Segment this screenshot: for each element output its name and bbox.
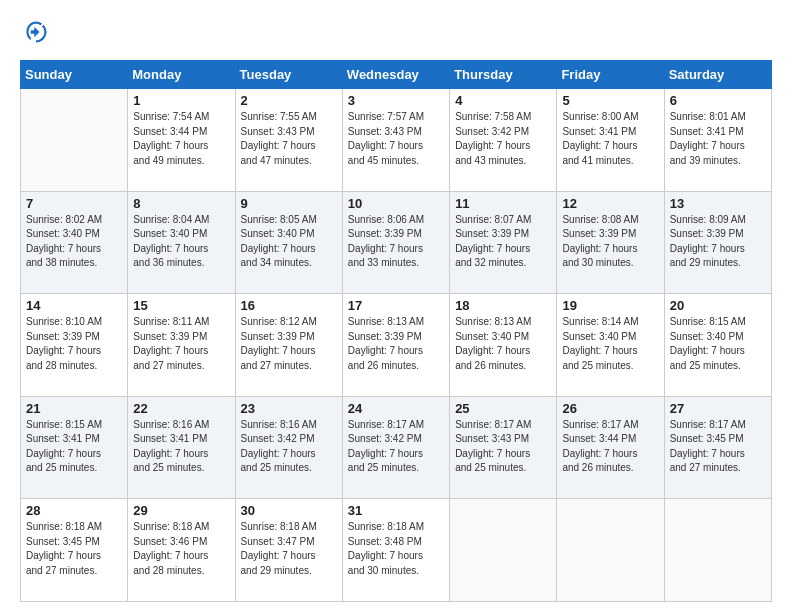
calendar-cell: 30Sunrise: 8:18 AM Sunset: 3:47 PM Dayli… — [235, 499, 342, 602]
calendar-cell — [557, 499, 664, 602]
calendar-cell: 28Sunrise: 8:18 AM Sunset: 3:45 PM Dayli… — [21, 499, 128, 602]
day-number: 2 — [241, 93, 337, 108]
calendar-cell: 3Sunrise: 7:57 AM Sunset: 3:43 PM Daylig… — [342, 89, 449, 192]
day-info: Sunrise: 8:04 AM Sunset: 3:40 PM Dayligh… — [133, 213, 229, 271]
calendar-cell — [450, 499, 557, 602]
day-number: 7 — [26, 196, 122, 211]
calendar-cell: 26Sunrise: 8:17 AM Sunset: 3:44 PM Dayli… — [557, 396, 664, 499]
calendar-cell: 31Sunrise: 8:18 AM Sunset: 3:48 PM Dayli… — [342, 499, 449, 602]
logo — [20, 18, 50, 50]
calendar-cell: 2Sunrise: 7:55 AM Sunset: 3:43 PM Daylig… — [235, 89, 342, 192]
day-info: Sunrise: 8:05 AM Sunset: 3:40 PM Dayligh… — [241, 213, 337, 271]
day-number: 19 — [562, 298, 658, 313]
calendar-cell: 14Sunrise: 8:10 AM Sunset: 3:39 PM Dayli… — [21, 294, 128, 397]
day-info: Sunrise: 7:57 AM Sunset: 3:43 PM Dayligh… — [348, 110, 444, 168]
day-number: 29 — [133, 503, 229, 518]
calendar-week-row: 14Sunrise: 8:10 AM Sunset: 3:39 PM Dayli… — [21, 294, 772, 397]
calendar-header-tuesday: Tuesday — [235, 61, 342, 89]
day-number: 13 — [670, 196, 766, 211]
day-info: Sunrise: 8:08 AM Sunset: 3:39 PM Dayligh… — [562, 213, 658, 271]
calendar-cell: 22Sunrise: 8:16 AM Sunset: 3:41 PM Dayli… — [128, 396, 235, 499]
calendar-header-row: SundayMondayTuesdayWednesdayThursdayFrid… — [21, 61, 772, 89]
calendar-week-row: 28Sunrise: 8:18 AM Sunset: 3:45 PM Dayli… — [21, 499, 772, 602]
day-info: Sunrise: 8:15 AM Sunset: 3:40 PM Dayligh… — [670, 315, 766, 373]
day-number: 25 — [455, 401, 551, 416]
calendar-cell: 8Sunrise: 8:04 AM Sunset: 3:40 PM Daylig… — [128, 191, 235, 294]
day-number: 22 — [133, 401, 229, 416]
day-info: Sunrise: 8:18 AM Sunset: 3:45 PM Dayligh… — [26, 520, 122, 578]
day-info: Sunrise: 8:17 AM Sunset: 3:44 PM Dayligh… — [562, 418, 658, 476]
day-info: Sunrise: 8:17 AM Sunset: 3:42 PM Dayligh… — [348, 418, 444, 476]
calendar-cell — [21, 89, 128, 192]
day-number: 15 — [133, 298, 229, 313]
calendar-table: SundayMondayTuesdayWednesdayThursdayFrid… — [20, 60, 772, 602]
day-info: Sunrise: 8:13 AM Sunset: 3:39 PM Dayligh… — [348, 315, 444, 373]
calendar-week-row: 21Sunrise: 8:15 AM Sunset: 3:41 PM Dayli… — [21, 396, 772, 499]
day-info: Sunrise: 8:12 AM Sunset: 3:39 PM Dayligh… — [241, 315, 337, 373]
day-info: Sunrise: 8:07 AM Sunset: 3:39 PM Dayligh… — [455, 213, 551, 271]
day-number: 30 — [241, 503, 337, 518]
day-number: 5 — [562, 93, 658, 108]
calendar-cell: 11Sunrise: 8:07 AM Sunset: 3:39 PM Dayli… — [450, 191, 557, 294]
calendar-cell: 25Sunrise: 8:17 AM Sunset: 3:43 PM Dayli… — [450, 396, 557, 499]
calendar-week-row: 7Sunrise: 8:02 AM Sunset: 3:40 PM Daylig… — [21, 191, 772, 294]
calendar-cell: 21Sunrise: 8:15 AM Sunset: 3:41 PM Dayli… — [21, 396, 128, 499]
day-number: 26 — [562, 401, 658, 416]
day-number: 18 — [455, 298, 551, 313]
calendar-cell: 27Sunrise: 8:17 AM Sunset: 3:45 PM Dayli… — [664, 396, 771, 499]
calendar-week-row: 1Sunrise: 7:54 AM Sunset: 3:44 PM Daylig… — [21, 89, 772, 192]
calendar-cell: 23Sunrise: 8:16 AM Sunset: 3:42 PM Dayli… — [235, 396, 342, 499]
calendar-header-thursday: Thursday — [450, 61, 557, 89]
day-info: Sunrise: 8:16 AM Sunset: 3:41 PM Dayligh… — [133, 418, 229, 476]
calendar-cell: 1Sunrise: 7:54 AM Sunset: 3:44 PM Daylig… — [128, 89, 235, 192]
day-info: Sunrise: 8:11 AM Sunset: 3:39 PM Dayligh… — [133, 315, 229, 373]
day-info: Sunrise: 8:14 AM Sunset: 3:40 PM Dayligh… — [562, 315, 658, 373]
day-info: Sunrise: 8:18 AM Sunset: 3:48 PM Dayligh… — [348, 520, 444, 578]
calendar-cell: 10Sunrise: 8:06 AM Sunset: 3:39 PM Dayli… — [342, 191, 449, 294]
calendar-header-sunday: Sunday — [21, 61, 128, 89]
calendar-header-monday: Monday — [128, 61, 235, 89]
day-number: 31 — [348, 503, 444, 518]
day-number: 12 — [562, 196, 658, 211]
day-number: 8 — [133, 196, 229, 211]
page: SundayMondayTuesdayWednesdayThursdayFrid… — [0, 0, 792, 612]
calendar-cell: 6Sunrise: 8:01 AM Sunset: 3:41 PM Daylig… — [664, 89, 771, 192]
header — [20, 18, 772, 50]
day-info: Sunrise: 8:01 AM Sunset: 3:41 PM Dayligh… — [670, 110, 766, 168]
day-number: 14 — [26, 298, 122, 313]
day-info: Sunrise: 7:58 AM Sunset: 3:42 PM Dayligh… — [455, 110, 551, 168]
logo-icon — [22, 18, 50, 46]
calendar-cell: 13Sunrise: 8:09 AM Sunset: 3:39 PM Dayli… — [664, 191, 771, 294]
day-info: Sunrise: 8:09 AM Sunset: 3:39 PM Dayligh… — [670, 213, 766, 271]
day-number: 21 — [26, 401, 122, 416]
day-number: 16 — [241, 298, 337, 313]
calendar-cell: 5Sunrise: 8:00 AM Sunset: 3:41 PM Daylig… — [557, 89, 664, 192]
calendar-cell: 4Sunrise: 7:58 AM Sunset: 3:42 PM Daylig… — [450, 89, 557, 192]
calendar-cell: 7Sunrise: 8:02 AM Sunset: 3:40 PM Daylig… — [21, 191, 128, 294]
calendar-cell — [664, 499, 771, 602]
day-info: Sunrise: 8:17 AM Sunset: 3:45 PM Dayligh… — [670, 418, 766, 476]
calendar-cell: 16Sunrise: 8:12 AM Sunset: 3:39 PM Dayli… — [235, 294, 342, 397]
day-number: 9 — [241, 196, 337, 211]
calendar-header-saturday: Saturday — [664, 61, 771, 89]
calendar-cell: 9Sunrise: 8:05 AM Sunset: 3:40 PM Daylig… — [235, 191, 342, 294]
day-number: 10 — [348, 196, 444, 211]
day-number: 6 — [670, 93, 766, 108]
day-number: 17 — [348, 298, 444, 313]
day-number: 3 — [348, 93, 444, 108]
day-info: Sunrise: 8:15 AM Sunset: 3:41 PM Dayligh… — [26, 418, 122, 476]
day-number: 27 — [670, 401, 766, 416]
day-info: Sunrise: 8:13 AM Sunset: 3:40 PM Dayligh… — [455, 315, 551, 373]
day-number: 23 — [241, 401, 337, 416]
calendar-cell: 15Sunrise: 8:11 AM Sunset: 3:39 PM Dayli… — [128, 294, 235, 397]
calendar-header-wednesday: Wednesday — [342, 61, 449, 89]
calendar-cell: 18Sunrise: 8:13 AM Sunset: 3:40 PM Dayli… — [450, 294, 557, 397]
day-info: Sunrise: 8:17 AM Sunset: 3:43 PM Dayligh… — [455, 418, 551, 476]
day-info: Sunrise: 7:55 AM Sunset: 3:43 PM Dayligh… — [241, 110, 337, 168]
day-number: 20 — [670, 298, 766, 313]
day-number: 4 — [455, 93, 551, 108]
calendar-cell: 20Sunrise: 8:15 AM Sunset: 3:40 PM Dayli… — [664, 294, 771, 397]
calendar-cell: 19Sunrise: 8:14 AM Sunset: 3:40 PM Dayli… — [557, 294, 664, 397]
day-number: 24 — [348, 401, 444, 416]
calendar-cell: 17Sunrise: 8:13 AM Sunset: 3:39 PM Dayli… — [342, 294, 449, 397]
